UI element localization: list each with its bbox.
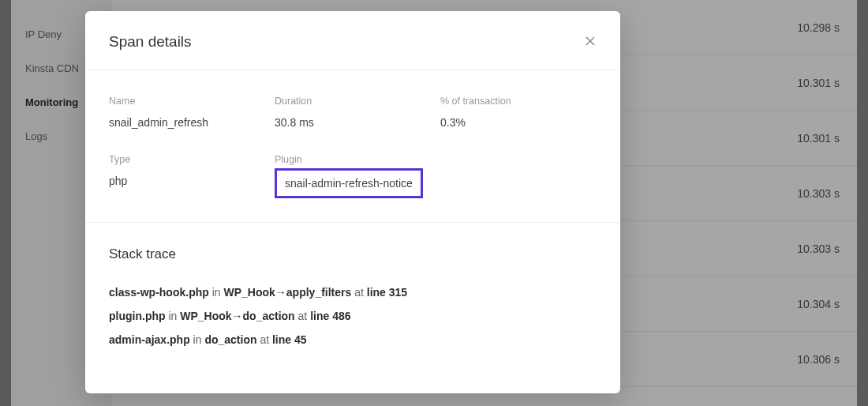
stack-linenum: line 45 [272,333,307,346]
stack-file: admin-ajax.php [109,333,190,346]
stack-func: WP_Hook→do_action [180,310,294,322]
field-label: % of transaction [440,96,597,107]
field-label: Duration [275,96,440,107]
stack-trace-section: Stack trace class-wp-hook.php in WP_Hook… [85,223,620,373]
modal-title: Span details [109,33,192,51]
field-label: Plugin [275,154,440,165]
stack-trace-line: plugin.php in WP_Hook→do_action at line … [109,310,597,322]
stack-trace-line: admin-ajax.php in do_action at line 45 [109,333,597,346]
stack-trace-line: class-wp-hook.php in WP_Hook→apply_filte… [109,286,597,299]
field-value: 30.8 ms [275,116,440,129]
field-value-highlighted: snail-admin-refresh-notice [275,168,423,198]
field-name: Name snail_admin_refresh [109,96,275,129]
modal-header: Span details [85,11,620,70]
stack-linenum: line 315 [367,286,407,299]
stack-func: do_action [204,333,256,346]
close-button[interactable] [582,32,598,52]
field-label: Name [109,96,275,107]
stack-file: plugin.php [109,310,166,322]
field-type: Type php [109,154,275,198]
stack-linenum: line 486 [310,310,350,322]
span-details-modal: Span details Name snail_admin_refresh Du… [85,11,620,393]
modal-body: Name snail_admin_refresh Duration 30.8 m… [85,70,620,223]
stack-trace-title: Stack trace [109,246,597,262]
field-plugin: Plugin snail-admin-refresh-notice [275,154,440,198]
field-percent: % of transaction 0.3% [440,96,597,129]
field-duration: Duration 30.8 ms [275,96,440,129]
field-value: 0.3% [440,116,597,129]
close-icon [586,36,595,46]
field-value: php [109,175,275,187]
stack-file: class-wp-hook.php [109,286,209,299]
field-label: Type [109,154,275,165]
stack-func: WP_Hook→apply_filters [223,286,351,299]
field-value: snail_admin_refresh [109,116,275,129]
